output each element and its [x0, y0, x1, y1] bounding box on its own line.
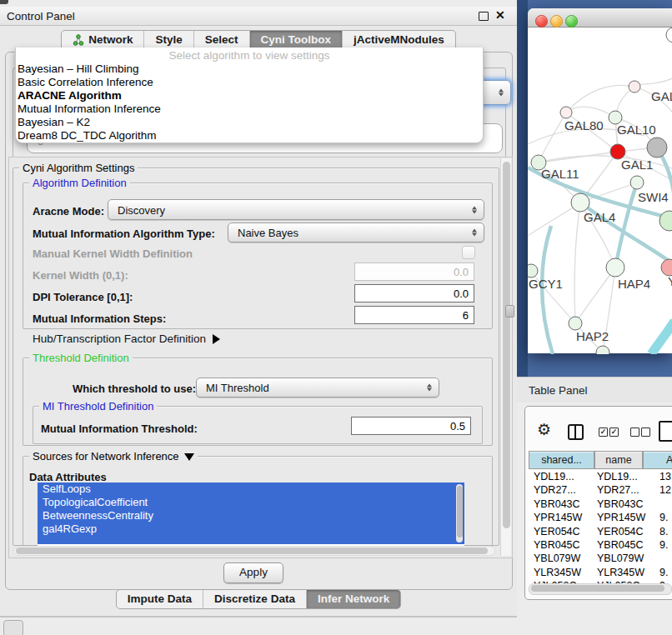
network-canvas[interactable]: GALGAL80GAL10GAL1GAL11SWI4GAL4GCY1HAP4YH… — [528, 28, 672, 354]
checked-checkbox-icon[interactable]: ✓ — [609, 428, 619, 437]
algorithm-option[interactable]: Bayesian – K2 — [16, 116, 483, 129]
network-node[interactable] — [629, 81, 640, 92]
control-panel-title: Control Panel — [7, 10, 75, 22]
sources-toggle[interactable]: Sources for Network Inference — [29, 450, 198, 462]
tab-discretize-data[interactable]: Discretize Data — [203, 590, 306, 608]
network-node[interactable] — [666, 28, 672, 42]
network-node-label: SWI4 — [638, 190, 669, 204]
unchecked-checkbox-icon[interactable] — [641, 428, 650, 437]
network-node[interactable] — [647, 138, 667, 158]
settings-vertical-scrollbar[interactable] — [500, 158, 511, 556]
manual-kernel-width-label: Manual Kernel Width Definition — [33, 248, 193, 260]
manual-kernel-width-checkbox[interactable] — [462, 246, 475, 259]
network-edge[interactable] — [566, 107, 615, 118]
table-row[interactable]: YBR043CYBR043C — [529, 498, 672, 511]
network-edge[interactable] — [615, 182, 637, 268]
algorithm-option[interactable]: Dream8 DC_TDC Algorithm — [16, 129, 483, 142]
network-edge[interactable] — [574, 202, 580, 323]
column-header-name[interactable]: name — [594, 451, 643, 469]
split-columns-icon[interactable] — [568, 424, 584, 440]
tab-style[interactable]: Style — [143, 31, 193, 49]
table-row[interactable]: YER054CYER054C8. — [529, 525, 672, 538]
minimized-panel-widget[interactable] — [3, 620, 23, 635]
attribute-list-item[interactable]: SelfLoops — [38, 482, 464, 496]
table-cell: YLR345W — [594, 567, 647, 578]
tab-jactivemnodules[interactable]: jActiveMNodules — [342, 31, 455, 49]
tab-infer-network[interactable]: Infer Network — [306, 590, 400, 608]
float-window-icon[interactable] — [479, 12, 489, 21]
network-edge[interactable] — [575, 268, 615, 323]
mi-algorithm-type-combobox[interactable]: Naive Bayes — [228, 222, 484, 242]
close-traffic-light-icon[interactable] — [535, 15, 548, 28]
table-body: YDL19...YDL19...13YDR27...YDR27...12YBR0… — [529, 470, 672, 584]
checked-checkbox-icon[interactable]: ✓ — [599, 428, 608, 437]
network-node[interactable] — [661, 259, 672, 276]
hub-definition-toggle[interactable]: Hub/Transcription Factor Definition — [33, 332, 220, 345]
tab-network[interactable]: Network — [62, 31, 143, 49]
network-edge[interactable] — [566, 85, 634, 112]
combo-value: MI Threshold — [206, 382, 269, 394]
network-node-label: GAL80 — [564, 118, 604, 132]
apply-button[interactable]: Apply — [223, 562, 283, 583]
column-header-shared-name[interactable]: shared... — [529, 451, 594, 469]
tab-label: Discretize Data — [214, 590, 295, 608]
algorithm-option[interactable]: ARACNE Algorithm — [16, 89, 483, 102]
zoom-traffic-light-icon[interactable] — [565, 15, 578, 28]
network-edge[interactable] — [539, 152, 618, 162]
network-node[interactable] — [571, 193, 589, 212]
scrollbar-thumb[interactable] — [503, 162, 510, 528]
network-edge[interactable] — [651, 321, 672, 354]
unchecked-checkbox-icon[interactable] — [630, 428, 639, 437]
table-cell: YER054C — [529, 526, 597, 538]
network-node[interactable] — [560, 107, 572, 118]
table-cell: YBL079W — [594, 552, 647, 564]
table-cell: YPR145W — [529, 512, 597, 523]
scrollbar-thumb[interactable] — [531, 585, 664, 592]
table-cell: 9. — [644, 567, 672, 578]
chevron-right-icon — [213, 334, 220, 344]
table-row[interactable]: YBL079WYBL079W — [529, 552, 672, 565]
document-icon[interactable] — [659, 421, 672, 442]
settings-horizontal-scrollbar[interactable] — [13, 546, 495, 556]
attribute-list-item[interactable]: BetweennessCentrality — [38, 509, 464, 522]
mi-threshold-input[interactable]: 0.5 — [351, 417, 471, 435]
network-node[interactable] — [606, 258, 624, 277]
tab-cyni-toolbox[interactable]: Cyni Toolbox — [249, 31, 343, 49]
table-panel-title: Table Panel — [529, 384, 588, 397]
minimize-traffic-light-icon[interactable] — [550, 15, 563, 28]
attribute-list-item[interactable]: gal4RGexp — [38, 522, 464, 536]
tab-select[interactable]: Select — [193, 31, 249, 49]
close-icon[interactable]: ✕ — [495, 8, 505, 22]
scrollbar-thumb[interactable] — [457, 486, 463, 538]
column-header-clipped[interactable]: Av — [643, 451, 672, 469]
which-threshold-combobox[interactable]: MI Threshold — [196, 378, 439, 398]
algorithm-option[interactable]: Mutual Information Inference — [16, 102, 483, 116]
attributes-scrollbar[interactable] — [456, 484, 463, 542]
scrollbar-thumb[interactable] — [16, 548, 488, 554]
table-cell: 9. — [644, 539, 672, 551]
tab-label: Cyni Toolbox — [261, 31, 332, 49]
tab-impute-data[interactable]: Impute Data — [117, 590, 203, 608]
network-window-titlebar[interactable] — [528, 8, 672, 28]
network-node[interactable] — [569, 317, 582, 330]
panel-splitter-handle[interactable] — [505, 305, 514, 318]
mi-steps-input[interactable]: 6 — [354, 306, 474, 324]
dpi-tolerance-input[interactable]: 0.0 — [354, 284, 474, 302]
kernel-width-input[interactable]: 0.0 — [354, 262, 474, 281]
attribute-list-item[interactable]: TopologicalCoefficient — [38, 496, 464, 509]
table-row[interactable]: YLR345WYLR345W9. — [529, 566, 672, 579]
network-node-label: HAP4 — [618, 277, 650, 291]
table-row[interactable]: YDR27...YDR27...12 — [529, 483, 672, 497]
aracne-mode-combobox[interactable]: Discovery — [108, 199, 484, 220]
table-horizontal-scrollbar[interactable] — [529, 583, 672, 595]
algorithm-option[interactable]: Bayesian – Hill Climbing — [16, 62, 483, 76]
algorithm-option[interactable]: Basic Correlation Inference — [16, 76, 483, 89]
network-node[interactable] — [630, 176, 644, 189]
combo-arrows-icon — [427, 384, 432, 392]
table-row[interactable]: YBR045CYBR045C9. — [529, 538, 672, 552]
network-node[interactable] — [528, 264, 538, 278]
data-attributes-list[interactable]: SelfLoopsTopologicalCoefficientBetweenne… — [38, 482, 464, 546]
table-row[interactable]: YDL19...YDL19...13 — [529, 470, 672, 483]
table-row[interactable]: YPR145WYPR145W9. — [529, 511, 672, 524]
gear-icon[interactable]: ⚙ — [537, 422, 551, 438]
